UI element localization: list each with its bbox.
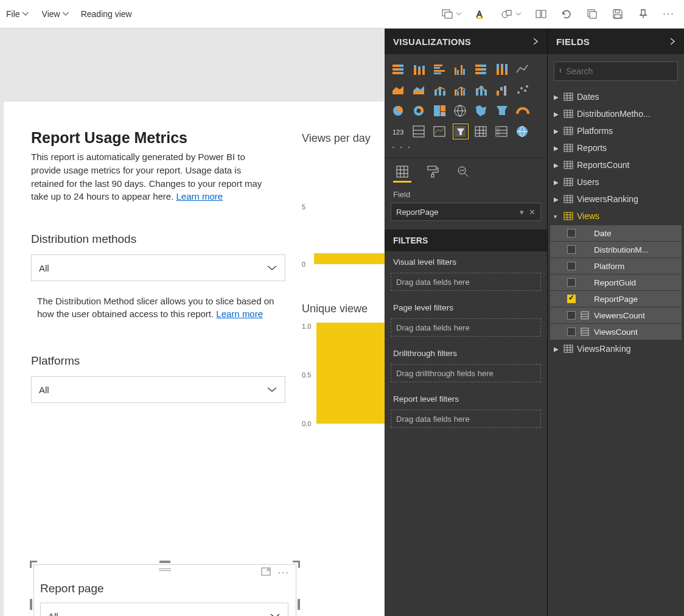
field-checkbox[interactable] bbox=[567, 245, 576, 254]
text-box-icon[interactable]: A bbox=[476, 9, 487, 19]
visualizations-header[interactable]: VISUALIZATIONS bbox=[385, 29, 547, 54]
field-distributionm...[interactable]: DistributionM... bbox=[550, 242, 682, 257]
refresh-icon[interactable] bbox=[561, 9, 572, 19]
viz-type-stacked-column-100[interactable] bbox=[494, 61, 510, 77]
visual-filters-dropzone[interactable]: Drag data fields here bbox=[391, 273, 541, 291]
viz-type-stacked-bar[interactable] bbox=[391, 61, 407, 77]
explore-menu[interactable] bbox=[442, 9, 461, 19]
viz-type-clustered-bar[interactable] bbox=[432, 61, 448, 77]
shapes-menu[interactable] bbox=[501, 9, 521, 19]
learn-more-link-2[interactable]: Learn more bbox=[216, 309, 263, 319]
page-filters-dropzone[interactable]: Drag data fields here bbox=[391, 318, 541, 337]
table-viewsranking[interactable]: ▶ViewsRanking bbox=[548, 340, 684, 357]
table-dates[interactable]: ▶Dates bbox=[548, 88, 684, 105]
pin-icon[interactable] bbox=[638, 9, 649, 19]
viz-type-map[interactable] bbox=[453, 103, 469, 119]
viz-type-donut[interactable] bbox=[411, 103, 427, 119]
drillthrough-filters-dropzone[interactable]: Drag drillthrough fields here bbox=[391, 364, 541, 382]
table-reports[interactable]: ▶Reports bbox=[548, 139, 684, 156]
report-canvas[interactable]: Report Usage Metrics This report is auto… bbox=[4, 102, 384, 616]
distribution-methods-slicer[interactable]: All bbox=[31, 254, 285, 281]
more-options-icon[interactable]: ··· bbox=[663, 9, 674, 19]
focus-mode-icon[interactable] bbox=[261, 567, 271, 578]
viz-type-line[interactable] bbox=[515, 61, 531, 77]
field-viewerscount[interactable]: ViewersCount bbox=[550, 307, 682, 323]
viz-type-stacked-column[interactable] bbox=[411, 61, 427, 77]
table-reportscount[interactable]: ▶ReportsCount bbox=[548, 156, 684, 173]
field-well-remove-icon[interactable]: ✕ bbox=[529, 208, 536, 217]
learn-more-link[interactable]: Learn more bbox=[176, 191, 223, 201]
field-checkbox[interactable] bbox=[567, 262, 576, 270]
svg-rect-22 bbox=[422, 69, 425, 75]
chart-title: Unique viewe bbox=[302, 303, 385, 315]
field-checkbox[interactable] bbox=[567, 278, 576, 287]
view-menu-label: View bbox=[42, 9, 60, 19]
fields-search[interactable] bbox=[554, 61, 678, 81]
resize-handle-top[interactable] bbox=[159, 561, 170, 563]
field-well-caret-icon[interactable]: ▾ bbox=[520, 208, 524, 217]
table-distributionmetho...[interactable]: ▶DistributionMetho... bbox=[548, 105, 684, 122]
file-menu[interactable]: File bbox=[5, 7, 30, 21]
viz-type-matrix[interactable] bbox=[494, 124, 510, 139]
fields-tab[interactable] bbox=[393, 162, 411, 183]
drag-handle-icon[interactable] bbox=[159, 569, 171, 572]
viz-type-scatter[interactable] bbox=[515, 82, 531, 98]
report-page-dropdown[interactable]: All bbox=[40, 603, 288, 616]
viz-type-card[interactable]: 123 bbox=[391, 124, 407, 139]
viz-type-slicer[interactable] bbox=[453, 124, 469, 139]
viz-type-line-stacked-column[interactable] bbox=[432, 82, 448, 98]
viz-type-stacked-area[interactable] bbox=[411, 82, 427, 98]
table-viewersranking[interactable]: ▶ViewersRanking bbox=[548, 191, 684, 208]
more-options-icon[interactable]: ··· bbox=[278, 567, 290, 578]
field-platform[interactable]: Platform bbox=[550, 258, 682, 274]
viz-type-waterfall[interactable] bbox=[494, 82, 510, 98]
resize-handle-left[interactable] bbox=[30, 599, 32, 610]
reading-view-button[interactable]: Reading view bbox=[81, 9, 132, 19]
viz-type-table[interactable] bbox=[473, 124, 489, 139]
field-checkbox[interactable] bbox=[567, 311, 576, 320]
viz-type-filled-map[interactable] bbox=[473, 103, 489, 119]
viz-type-treemap[interactable] bbox=[432, 103, 448, 119]
field-reportpage[interactable]: ReportPage bbox=[550, 291, 682, 307]
chart-bar bbox=[314, 253, 385, 264]
viz-type-r-visual[interactable] bbox=[515, 124, 531, 139]
field-well-reportpage[interactable]: ReportPage ▾ ✕ bbox=[391, 203, 541, 221]
views-per-day-chart[interactable]: Views per day 5 0 bbox=[302, 132, 385, 267]
viz-type-multi-row-card[interactable] bbox=[411, 124, 427, 139]
field-checkbox[interactable] bbox=[567, 327, 576, 336]
more-visuals-icon[interactable]: · · · bbox=[385, 142, 547, 158]
duplicate-icon[interactable] bbox=[587, 9, 598, 19]
report-page-slicer-selected[interactable]: ··· Report page All bbox=[31, 562, 299, 616]
format-tab[interactable] bbox=[424, 162, 442, 183]
viz-type-kpi[interactable] bbox=[432, 124, 448, 139]
viz-type-line-clustered-column[interactable] bbox=[453, 82, 469, 98]
viz-type-gauge[interactable] bbox=[515, 103, 531, 119]
svg-rect-27 bbox=[434, 72, 441, 74]
visual-interactions-icon[interactable] bbox=[536, 9, 546, 19]
field-checkbox[interactable] bbox=[567, 295, 576, 303]
viz-type-area[interactable] bbox=[391, 82, 407, 98]
view-menu[interactable]: View bbox=[41, 7, 70, 21]
field-viewscount[interactable]: ViewsCount bbox=[550, 324, 682, 340]
viz-type-funnel[interactable] bbox=[494, 103, 510, 119]
svg-line-92 bbox=[464, 173, 468, 177]
resize-handle-right[interactable] bbox=[298, 599, 300, 610]
platforms-slicer[interactable]: All bbox=[31, 376, 285, 403]
table-platforms[interactable]: ▶Platforms bbox=[548, 122, 684, 139]
y-tick: 0 bbox=[302, 261, 305, 268]
report-filters-dropzone[interactable]: Drag data fields here bbox=[391, 410, 541, 428]
table-users[interactable]: ▶Users bbox=[548, 173, 684, 191]
analytics-tab[interactable] bbox=[454, 162, 472, 183]
fields-search-input[interactable] bbox=[566, 66, 672, 76]
field-date[interactable]: Date bbox=[550, 225, 682, 241]
viz-type-ribbon[interactable] bbox=[473, 82, 489, 98]
viz-type-pie[interactable] bbox=[391, 103, 407, 119]
field-checkbox[interactable] bbox=[567, 229, 576, 237]
unique-viewers-chart[interactable]: Unique viewe 1.0 0.5 0.0 bbox=[302, 303, 385, 442]
field-reportguid[interactable]: ReportGuid bbox=[550, 275, 682, 290]
fields-header[interactable]: FIELDS bbox=[548, 29, 684, 54]
save-icon[interactable] bbox=[612, 9, 623, 19]
viz-type-clustered-column[interactable] bbox=[453, 61, 469, 77]
table-views[interactable]: ▾Views bbox=[548, 208, 684, 225]
viz-type-stacked-bar-100[interactable] bbox=[473, 61, 489, 77]
